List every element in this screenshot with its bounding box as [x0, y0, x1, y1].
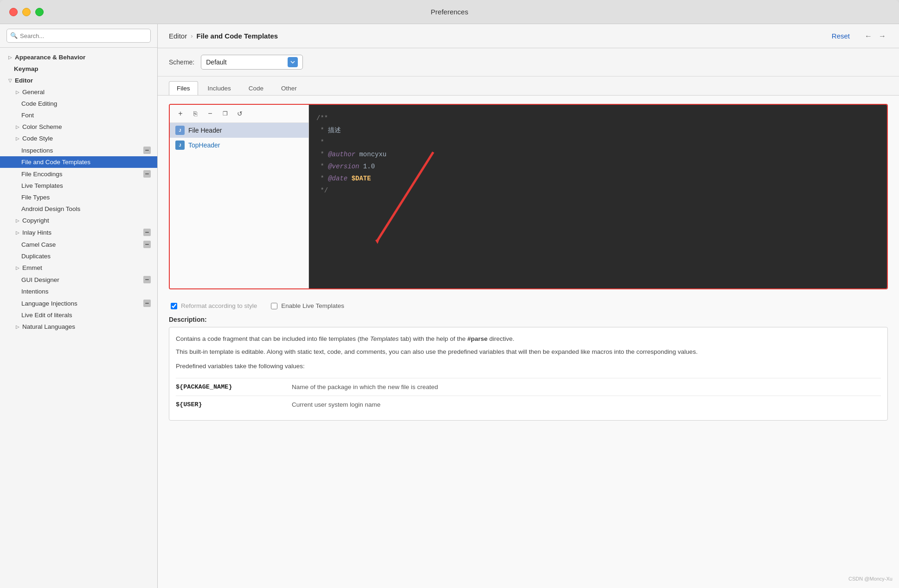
- code-line-4: * @author moncyxu: [316, 148, 880, 160]
- chevron-icon: ▷: [14, 218, 21, 223]
- forward-arrow[interactable]: →: [877, 32, 888, 40]
- sidebar-item-language-injections[interactable]: Language Injections: [0, 297, 157, 309]
- sidebar-item-natural-languages[interactable]: ▷ Natural Languages: [0, 321, 157, 332]
- clone-file-button[interactable]: ❒: [219, 108, 231, 120]
- sidebar-item-label: Natural Languages: [22, 323, 151, 330]
- tab-files[interactable]: Files: [169, 81, 198, 95]
- sidebar-item-inspections[interactable]: Inspections: [0, 144, 157, 156]
- live-templates-checkbox-row: Enable Live Templates: [271, 302, 344, 309]
- sidebar-item-label: GUI Designer: [21, 276, 143, 283]
- sidebar-item-appearance[interactable]: ▷ Appearance & Behavior: [0, 51, 157, 63]
- code-line-3: *: [316, 136, 880, 148]
- var-name: ${PACKAGE_NAME}: [176, 382, 292, 392]
- var-desc: Name of the package in which the new fil…: [292, 382, 881, 392]
- traffic-lights: [9, 8, 44, 16]
- chevron-icon: ▷: [14, 324, 21, 329]
- svg-rect-1: [145, 173, 149, 174]
- sidebar-item-duplicates[interactable]: Duplicates: [0, 250, 157, 262]
- main-content: 🔍 ▷ Appearance & Behavior Keymap ▽: [0, 24, 899, 588]
- sidebar-item-camel-case[interactable]: Camel Case: [0, 238, 157, 250]
- sidebar-item-intentions[interactable]: Intentions: [0, 286, 157, 297]
- sidebar-item-label: Language Injections: [21, 300, 143, 307]
- sidebar-item-label: Emmet: [22, 264, 151, 271]
- sidebar-item-file-code-templates[interactable]: File and Code Templates: [0, 156, 157, 168]
- svg-rect-4: [145, 279, 149, 280]
- code-editor[interactable]: /** * 描述 * * @author moncyxu * @version …: [309, 105, 887, 288]
- minimize-button[interactable]: [22, 8, 31, 16]
- file-name: File Header: [188, 127, 222, 134]
- sidebar-item-label: Live Edit of literals: [21, 312, 151, 319]
- svg-rect-0: [145, 150, 149, 151]
- sidebar-item-label: File Types: [21, 194, 151, 201]
- file-name: TopHeader: [188, 141, 220, 149]
- sidebar-item-keymap[interactable]: Keymap: [0, 63, 157, 75]
- sidebar-item-general[interactable]: ▷ General: [0, 86, 157, 98]
- add-file-button[interactable]: +: [174, 108, 186, 120]
- sidebar-item-inlay-hints[interactable]: ▷ Inlay Hints: [0, 226, 157, 238]
- preferences-window: Preferences 🔍 ▷ Appearance & Behavior: [0, 0, 899, 588]
- search-input[interactable]: [6, 29, 151, 43]
- scheme-dropdown-arrow: [288, 57, 298, 67]
- tab-other[interactable]: Other: [273, 81, 305, 95]
- chevron-icon: ▷: [6, 55, 14, 60]
- breadcrumb-parent: Editor: [169, 32, 187, 40]
- chevron-icon: ▷: [14, 265, 21, 270]
- sidebar-item-label: Editor: [15, 77, 151, 84]
- reformat-checkbox[interactable]: [171, 303, 177, 309]
- code-line-6: * @date $DATE: [316, 173, 880, 185]
- sidebar-nav: ▷ Appearance & Behavior Keymap ▽ Editor …: [0, 48, 157, 588]
- reset-button[interactable]: Reset: [832, 32, 850, 40]
- sidebar-item-font[interactable]: Font: [0, 109, 157, 121]
- back-arrow[interactable]: ←: [863, 32, 874, 40]
- sidebar-item-live-templates[interactable]: Live Templates: [0, 180, 157, 192]
- desc-paragraph-3: Predefined variables take the following …: [176, 361, 881, 371]
- sidebar-item-live-edit-literals[interactable]: Live Edit of literals: [0, 309, 157, 321]
- sidebar-item-color-scheme[interactable]: ▷ Color Scheme: [0, 121, 157, 133]
- file-encodings-badge: [143, 170, 151, 178]
- scheme-bar: Scheme: Default: [158, 48, 899, 77]
- tab-includes[interactable]: Includes: [200, 81, 239, 95]
- file-entry-header[interactable]: J File Header: [170, 123, 308, 138]
- sidebar-item-label: Appearance & Behavior: [15, 54, 151, 61]
- sidebar-item-label: Android Design Tools: [21, 205, 151, 212]
- sidebar-item-code-editing[interactable]: Code Editing: [0, 98, 157, 109]
- chevron-icon: ▽: [6, 78, 14, 83]
- sidebar-item-file-types[interactable]: File Types: [0, 192, 157, 203]
- live-templates-checkbox[interactable]: [271, 303, 277, 309]
- sidebar-item-label: Live Templates: [21, 182, 151, 189]
- sidebar-item-emmet[interactable]: ▷ Emmet: [0, 262, 157, 274]
- fullscreen-button[interactable]: [35, 8, 44, 16]
- main-panel: Editor › File and Code Templates Reset ←…: [158, 24, 899, 588]
- sidebar-item-label: Code Editing: [21, 100, 151, 107]
- svg-rect-5: [145, 303, 149, 304]
- sidebar-item-code-style[interactable]: ▷ Code Style: [0, 133, 157, 144]
- scheme-select[interactable]: Default: [201, 55, 303, 70]
- reset-file-button[interactable]: ↺: [234, 108, 246, 120]
- sidebar-item-copyright[interactable]: ▷ Copyright: [0, 215, 157, 226]
- desc-paragraph-1: Contains a code fragment that can be inc…: [176, 334, 881, 344]
- file-entry-topheader[interactable]: J TopHeader: [170, 138, 308, 153]
- sidebar-item-android-design-tools[interactable]: Android Design Tools: [0, 203, 157, 215]
- sidebar-item-label: Color Scheme: [22, 123, 151, 130]
- watermark: CSDN @Moncy-Xu: [848, 576, 893, 582]
- scheme-value: Default: [206, 58, 284, 66]
- file-icon: J: [175, 141, 185, 150]
- editor-panel: + ⎘ − ❒ ↺ J File Header: [169, 104, 888, 289]
- titlebar: Preferences: [0, 0, 899, 24]
- sidebar-item-label: Duplicates: [21, 253, 151, 260]
- sidebar-item-file-encodings[interactable]: File Encodings: [0, 168, 157, 180]
- sidebar-item-editor[interactable]: ▽ Editor: [0, 75, 157, 86]
- copy-file-button[interactable]: ⎘: [189, 108, 201, 120]
- live-templates-label: Enable Live Templates: [281, 302, 344, 309]
- tab-code[interactable]: Code: [241, 81, 271, 95]
- search-wrapper: 🔍: [6, 29, 151, 43]
- remove-file-button[interactable]: −: [204, 108, 216, 120]
- chevron-icon: ▷: [14, 89, 21, 95]
- file-entries: J File Header J TopHeader: [170, 123, 308, 288]
- var-row-user: ${USER} Current user system login name: [176, 396, 881, 414]
- close-button[interactable]: [9, 8, 18, 16]
- sidebar-item-gui-designer[interactable]: GUI Designer: [0, 274, 157, 286]
- breadcrumb-current: File and Code Templates: [197, 32, 278, 40]
- sidebar-item-label: Inlay Hints: [22, 229, 143, 236]
- breadcrumb-separator: ›: [191, 32, 193, 39]
